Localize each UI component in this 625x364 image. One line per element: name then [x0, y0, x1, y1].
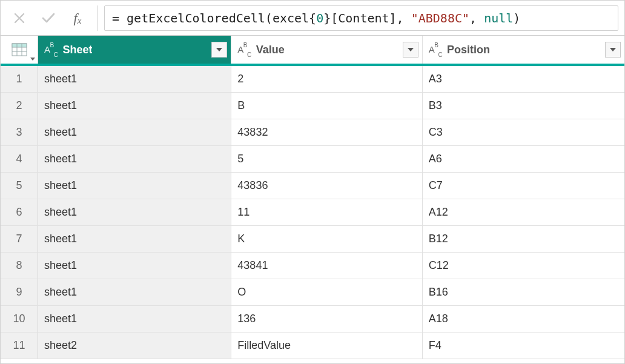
cell-position[interactable]: C3	[423, 119, 624, 145]
column-header-sheet[interactable]: ABC Sheet	[38, 36, 231, 64]
cell-position[interactable]: C7	[423, 173, 624, 199]
cell-text: sheet1	[44, 233, 77, 245]
row-number[interactable]: 2	[1, 93, 38, 119]
row-number[interactable]: 8	[1, 253, 38, 279]
cell-value[interactable]: 43836	[231, 173, 422, 199]
cell-position[interactable]: A6	[423, 146, 624, 172]
row-number[interactable]: 4	[1, 146, 38, 172]
column-header-value[interactable]: ABC Value	[231, 36, 422, 64]
type-icon: ABC	[429, 44, 442, 56]
cell-text: B3	[429, 99, 442, 112]
filter-button-sheet[interactable]	[211, 42, 227, 58]
row-number[interactable]: 11	[1, 333, 38, 359]
filter-button-position[interactable]	[605, 42, 621, 58]
table-row[interactable]: 11sheet2FilledValueF4	[1, 333, 624, 359]
cell-text: O	[237, 286, 246, 299]
cell-value[interactable]: 5	[231, 146, 422, 172]
column-label: Value	[256, 44, 285, 56]
cell-text: 11	[237, 206, 250, 219]
confirm-icon	[36, 7, 61, 29]
row-number[interactable]: 3	[1, 119, 38, 145]
cell-text: A18	[429, 313, 448, 325]
cell-text: F4	[429, 339, 441, 352]
formula-string: "ABD88C"	[411, 11, 469, 25]
cell-position[interactable]: C12	[423, 253, 624, 279]
chevron-down-icon	[610, 48, 616, 52]
table-row[interactable]: 1sheet12A3	[1, 66, 624, 93]
cell-sheet[interactable]: sheet1	[38, 146, 231, 172]
cell-value[interactable]: FilledValue	[231, 333, 422, 359]
formula-sep: ,	[469, 11, 484, 25]
select-all-cell[interactable]	[1, 36, 38, 64]
column-header-position[interactable]: ABC Position	[423, 36, 624, 64]
row-number[interactable]: 1	[1, 66, 38, 92]
formula-bar: fx = getExcelColoredCell(excel{0}[Conten…	[1, 1, 624, 36]
cell-position[interactable]: B12	[423, 226, 624, 252]
table-row[interactable]: 6sheet111A12	[1, 199, 624, 226]
row-number[interactable]: 10	[1, 306, 38, 332]
cell-text: sheet1	[44, 126, 77, 139]
cell-text: sheet1	[44, 99, 77, 112]
table-row[interactable]: 7sheet1KB12	[1, 226, 624, 253]
cell-sheet[interactable]: sheet1	[38, 66, 231, 92]
cell-text: 5	[237, 153, 243, 165]
cell-sheet[interactable]: sheet1	[38, 119, 231, 145]
cell-value[interactable]: 43832	[231, 119, 422, 145]
type-icon: ABC	[44, 44, 58, 56]
cell-text: sheet2	[44, 339, 77, 352]
table-row[interactable]: 4sheet15A6	[1, 146, 624, 173]
filter-button-value[interactable]	[403, 42, 418, 58]
cell-sheet[interactable]: sheet1	[38, 226, 231, 252]
cell-sheet[interactable]: sheet1	[38, 199, 231, 225]
cell-text: C7	[429, 179, 443, 192]
cell-value[interactable]: O	[231, 279, 422, 305]
cell-value[interactable]: 2	[231, 66, 422, 92]
cancel-icon	[7, 7, 32, 29]
cell-position[interactable]: F4	[423, 333, 624, 359]
row-number[interactable]: 9	[1, 279, 38, 305]
table-row[interactable]: 8sheet143841C12	[1, 253, 624, 279]
formula-suffix: )	[513, 11, 520, 25]
cell-sheet[interactable]: sheet1	[38, 93, 231, 119]
type-icon: ABC	[237, 44, 251, 56]
cell-value[interactable]: 136	[231, 306, 422, 332]
table-row[interactable]: 3sheet143832C3	[1, 119, 624, 146]
cell-sheet[interactable]: sheet2	[38, 333, 231, 359]
cell-position[interactable]: A3	[423, 66, 624, 92]
svg-rect-1	[12, 44, 27, 47]
table-row[interactable]: 5sheet143836C7	[1, 173, 624, 199]
cell-value[interactable]: K	[231, 226, 422, 252]
cell-text: 43836	[237, 179, 268, 192]
cell-sheet[interactable]: sheet1	[38, 306, 231, 332]
cell-value[interactable]: B	[231, 93, 422, 119]
row-number[interactable]: 7	[1, 226, 38, 252]
table-row[interactable]: 10sheet1136A18	[1, 306, 624, 333]
cell-text: C3	[429, 126, 443, 139]
cell-text: FilledValue	[237, 339, 291, 352]
cell-text: 2	[237, 73, 243, 85]
fx-label: fx	[65, 10, 90, 26]
row-number[interactable]: 5	[1, 173, 38, 199]
cell-value[interactable]: 11	[231, 199, 422, 225]
cell-position[interactable]: B16	[423, 279, 624, 305]
column-label: Position	[447, 44, 490, 56]
cell-text: 43841	[237, 259, 268, 272]
column-label: Sheet	[62, 44, 92, 56]
cell-text: A6	[429, 153, 442, 165]
cell-text: sheet1	[44, 179, 77, 192]
cell-sheet[interactable]: sheet1	[38, 173, 231, 199]
cell-sheet[interactable]: sheet1	[38, 253, 231, 279]
cell-position[interactable]: B3	[423, 93, 624, 119]
table-row[interactable]: 9sheet1OB16	[1, 279, 624, 306]
cell-position[interactable]: A18	[423, 306, 624, 332]
cell-value[interactable]: 43841	[231, 253, 422, 279]
cell-text: B12	[429, 233, 448, 245]
row-number[interactable]: 6	[1, 199, 38, 225]
cell-position[interactable]: A12	[423, 199, 624, 225]
cell-text: sheet1	[44, 313, 77, 325]
formula-input[interactable]: = getExcelColoredCell(excel{0}[Content],…	[104, 5, 618, 31]
cell-sheet[interactable]: sheet1	[38, 279, 231, 305]
divider	[98, 5, 98, 31]
table-row[interactable]: 2sheet1BB3	[1, 93, 624, 119]
cell-text: sheet1	[44, 73, 77, 85]
